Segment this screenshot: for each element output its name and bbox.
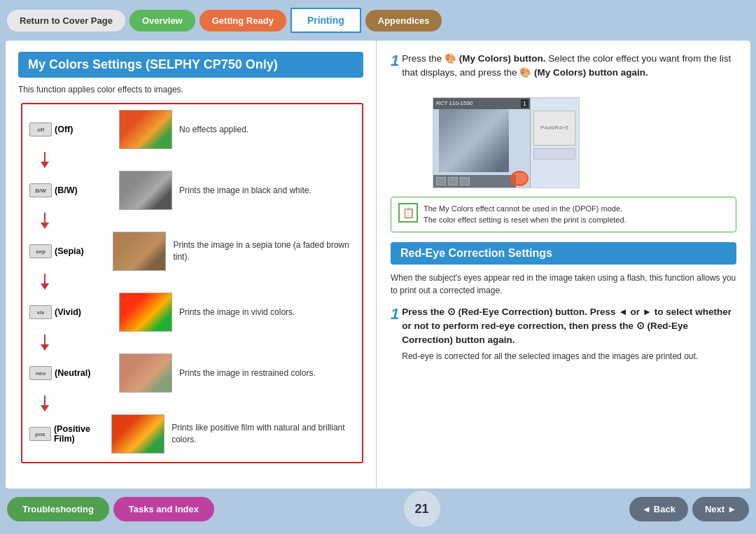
connector-2 (41, 213, 355, 229)
color-desc-off: No effects applied. (179, 124, 248, 136)
return-to-cover-button[interactable]: Return to Cover Page (7, 10, 125, 31)
bottom-navigation: Troubleshooting Tasks and Index 21 ◄ Bac… (0, 489, 756, 529)
color-desc-positive: Prints like positive film with natural a… (172, 422, 355, 446)
next-button[interactable]: Next ► (692, 497, 749, 521)
step2-subtext: Red-eye is corrected for all the selecte… (402, 350, 736, 363)
color-label-neutral: neu (Neutral) (29, 366, 119, 380)
color-label-positive: pos (Positive Film) (29, 424, 111, 444)
color-thumb-sepia (113, 232, 166, 271)
note-box: 📋 The My Colors effect cannot be used in… (391, 197, 736, 232)
my-colors-intro: This function applies color effects to i… (18, 85, 363, 94)
note-text: The My Colors effect cannot be used in t… (424, 203, 626, 226)
color-thumb-positive (111, 414, 164, 454)
color-item-off: off (Off) No effects applied. (29, 110, 355, 149)
step1-container: 1 Press the 🎨 (My Colors) button. Select… (391, 52, 736, 90)
camera-bottom-bar (433, 175, 516, 188)
getting-ready-button[interactable]: Getting Ready (200, 10, 286, 31)
color-thumb-off (119, 110, 172, 149)
cam-mode-icon (436, 177, 446, 185)
color-thumb-vivid (119, 293, 172, 332)
vivid-icon: viv (29, 305, 52, 319)
color-desc-vivid: Prints the image in vivid colors. (179, 307, 295, 318)
cam-page-count: 1 (521, 99, 528, 108)
back-label: Back (654, 504, 676, 514)
color-desc-neutral: Prints the image in restrained colors. (179, 367, 316, 379)
cam-mode-icon3 (460, 177, 470, 185)
neutral-icon: neu (29, 366, 52, 380)
step2-text: Press the ⊙ (Red-Eye Correction) button.… (402, 305, 736, 348)
back-button[interactable]: ◄ Back (629, 497, 688, 521)
color-desc-bw: Prints the image in black and white. (179, 185, 312, 197)
cam-mode-icon2 (448, 177, 458, 185)
red-eye-intro: When the subject's eyes appear red in th… (391, 272, 736, 297)
camera-bottom-strip (533, 148, 575, 160)
step2-text-block: Press the ⊙ (Red-Eye Correction) button.… (402, 305, 736, 372)
printing-button[interactable]: Printing (290, 8, 361, 33)
camera-right-panel: P4x6/R4+5 (530, 98, 579, 188)
page-number: 21 (404, 491, 440, 527)
camera-main-image (439, 109, 509, 172)
color-label-off: off (Off) (29, 122, 119, 136)
color-thumb-neutral (119, 353, 172, 393)
color-label-vivid: viv (Vivid) (29, 305, 119, 319)
positive-icon: pos (29, 427, 51, 441)
color-item-bw: B/W (B/W) Prints the image in black and … (29, 171, 355, 210)
note-icon: 📋 (398, 203, 418, 223)
overview-button[interactable]: Overview (130, 10, 195, 31)
camera-thumbnail: P4x6/R4+5 (533, 111, 575, 146)
tasks-index-button[interactable]: Tasks and Index (113, 497, 214, 521)
color-item-neutral: neu (Neutral) Prints the image in restra… (29, 353, 355, 393)
connector-4 (41, 335, 355, 351)
step1-text: Press the 🎨 (My Colors) button. Select t… (402, 52, 736, 80)
connector-3 (41, 274, 355, 290)
sepia-icon: sep (29, 244, 52, 258)
color-item-vivid: viv (Vivid) Prints the image in vivid co… (29, 293, 355, 332)
appendices-button[interactable]: Appendices (365, 10, 442, 31)
color-label-sepia: sep (Sepia) (29, 244, 113, 258)
red-eye-title: Red-Eye Correction Settings (391, 242, 736, 265)
off-icon: off (29, 122, 52, 136)
my-colors-title: My Colors Settings (SELPHY CP750 Only) (18, 52, 363, 78)
step1-number: 1 (391, 52, 399, 70)
step2-container: 1 Press the ⊙ (Red-Eye Correction) butto… (391, 305, 736, 372)
color-item-positive: pos (Positive Film) Prints like positive… (29, 414, 355, 454)
next-arrow-icon: ► (727, 504, 736, 514)
right-panel: 1 Press the 🎨 (My Colors) button. Select… (377, 41, 750, 489)
color-item-sepia: sep (Sepia) Prints the image in a sepia … (29, 232, 355, 271)
troubleshoot-button[interactable]: Troubleshooting (7, 497, 109, 521)
connector-1 (41, 152, 355, 168)
next-label: Next (705, 504, 724, 514)
bw-icon: B/W (29, 183, 52, 197)
top-navigation: Return to Cover Page Overview Getting Re… (0, 0, 756, 41)
color-label-bw: B/W (B/W) (29, 183, 119, 197)
left-panel: My Colors Settings (SELPHY CP750 Only) T… (6, 41, 377, 489)
connector-5 (41, 395, 355, 412)
camera-preview: RCT 110-1530 P4x6/R4+5 1 (433, 97, 580, 188)
main-content: My Colors Settings (SELPHY CP750 Only) T… (6, 41, 750, 489)
cam-mycolors-active-icon (510, 171, 528, 186)
color-desc-sepia: Prints the image in a sepia tone (a fade… (173, 239, 355, 263)
back-arrow-icon: ◄ (642, 504, 651, 514)
bottom-right-nav: ◄ Back Next ► (629, 497, 749, 521)
color-thumb-bw (119, 171, 172, 210)
color-settings-list: off (Off) No effects applied. B/W (B/W) (21, 103, 363, 463)
step2-number: 1 (391, 305, 399, 323)
